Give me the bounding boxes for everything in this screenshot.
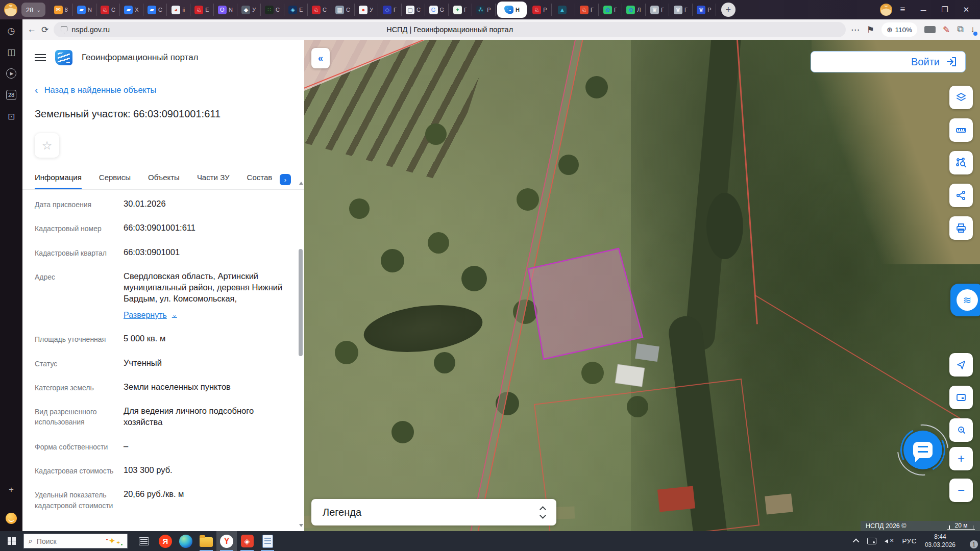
profile-avatar[interactable] — [4, 3, 17, 16]
chat-button[interactable] — [903, 431, 942, 469]
browser-tab[interactable]: ◆У — [237, 4, 261, 16]
bookmark-icon[interactable]: ⚑ — [867, 24, 874, 35]
browser-tab[interactable]: ▰X — [120, 4, 143, 16]
window-maximize-button[interactable]: ❐ — [935, 5, 954, 14]
print-button[interactable] — [949, 216, 973, 240]
browser-tab[interactable]: ◈Е — [284, 4, 308, 16]
panel-collapse-button[interactable]: « — [311, 48, 330, 68]
browser-tab[interactable]: ♘Р — [528, 4, 552, 16]
wallet-icon[interactable] — [924, 26, 936, 33]
taskbar-app-edge[interactable] — [176, 531, 196, 551]
volume-muted-icon[interactable]: ✕ — [885, 538, 894, 545]
scroll-up-arrow[interactable] — [299, 182, 303, 185]
browser-tab[interactable]: ♘Е — [190, 4, 214, 16]
browser-tab[interactable]: ✉8 — [50, 4, 73, 16]
tab-объекты[interactable]: Объекты — [148, 173, 180, 189]
minimap-button[interactable] — [949, 386, 973, 409]
login-button[interactable]: Войти — [811, 51, 966, 72]
tab-информация[interactable]: Информация — [35, 173, 82, 189]
legend-bar[interactable]: Легенда — [311, 499, 556, 525]
browser-tab[interactable]: ON — [214, 4, 237, 16]
browser-tab[interactable]: ♛Г — [669, 4, 693, 16]
copy-tabs-icon[interactable]: ⧉ — [957, 24, 963, 35]
browser-tab[interactable]: ∷С — [261, 4, 284, 16]
screenshot-icon[interactable]: ⊡ — [8, 111, 15, 121]
search-area-button[interactable] — [949, 418, 973, 442]
taskbar-clock[interactable]: 8:44 03.03.2026 — [925, 533, 955, 549]
browser-tab[interactable]: ◇Г — [378, 4, 402, 16]
back-icon[interactable]: ← — [28, 24, 36, 35]
tray-expand-icon[interactable] — [853, 539, 860, 545]
url-field[interactable]: nspd.gov.ru НСПД | Геоинформационный пор… — [54, 22, 846, 37]
scroll-down-arrow[interactable] — [299, 524, 303, 527]
browser-tab[interactable]: ♘С — [96, 4, 120, 16]
browser-tab[interactable]: ⁂Р — [472, 4, 496, 16]
browser-tab[interactable]: ♛Г — [646, 4, 669, 16]
history-icon[interactable]: ◷ — [8, 26, 15, 36]
collections-icon[interactable]: ◫ — [7, 47, 15, 57]
tab-состав[interactable]: Состав — [247, 173, 273, 189]
tab-counter[interactable]: 28 ⌄ — [21, 3, 45, 17]
taskbar-app-writer[interactable] — [257, 531, 278, 551]
browser-tab[interactable]: ▢С — [402, 4, 425, 16]
browser-tab[interactable]: ▦С — [331, 4, 355, 16]
taskbar-app-yandex-browser[interactable]: Y — [216, 531, 237, 551]
locate-button[interactable] — [949, 353, 973, 377]
tab-сервисы[interactable]: Сервисы — [99, 173, 131, 189]
site-security-icon[interactable] — [61, 26, 67, 34]
browser-tab[interactable]: ●У — [355, 4, 378, 16]
tabs-scroll-right-button[interactable]: › — [280, 174, 291, 185]
window-minimize-button[interactable]: ─ — [914, 6, 933, 14]
browser-tab[interactable]: ✿Г — [599, 4, 622, 16]
reload-icon[interactable]: ⟳ — [41, 24, 48, 35]
layers-button[interactable] — [949, 86, 973, 109]
new-tab-button[interactable]: + — [721, 3, 736, 17]
pin-pencil-icon[interactable]: ✎ — [943, 24, 950, 35]
taskbar-search[interactable]: ⌕ ✦✦ — [23, 534, 128, 548]
browser-tab[interactable]: ▰С — [143, 4, 167, 16]
browser-tab[interactable]: ♛Р — [693, 4, 716, 16]
downloads-icon[interactable]: ↓ — [971, 24, 975, 35]
profile-avatar-right[interactable] — [880, 4, 892, 16]
add-panel-icon[interactable]: + — [9, 484, 14, 494]
taskbar-app-yandex[interactable]: Я — [155, 531, 176, 551]
more-icon[interactable]: ⋯ — [851, 24, 860, 35]
window-close-button[interactable]: ✕ — [957, 5, 976, 14]
taskbar-app-red[interactable]: ◈ — [237, 531, 257, 551]
share-button[interactable] — [949, 184, 973, 207]
back-to-results-link[interactable]: ‹ Назад в найденные объекты — [35, 85, 292, 95]
taskbar-app-explorer[interactable] — [196, 531, 216, 551]
measure-button[interactable] — [949, 118, 973, 142]
task-view-icon[interactable] — [139, 537, 149, 545]
object-search-button[interactable] — [949, 151, 973, 174]
chat-widget[interactable] — [900, 428, 945, 472]
browser-tab[interactable]: ♘С — [308, 4, 331, 16]
browser-tab[interactable]: ▲ — [552, 4, 575, 16]
language-indicator[interactable]: РУС — [902, 537, 917, 545]
browser-tab[interactable]: ▰N — [73, 4, 96, 16]
start-button[interactable] — [0, 531, 23, 551]
map-canvas[interactable]: « Войти ≋ + − — [304, 40, 980, 531]
zoom-out-button[interactable]: − — [949, 479, 973, 502]
tabs-badge[interactable]: 28 — [6, 90, 16, 100]
notification-center[interactable]: 1 — [964, 537, 975, 546]
search-input[interactable] — [37, 537, 103, 545]
browser-tab[interactable]: ✿Л — [622, 4, 646, 16]
scrollbar-thumb[interactable] — [299, 249, 303, 356]
browser-tab[interactable]: ◕ii — [167, 4, 190, 16]
browser-tab[interactable]: ✦Г — [449, 4, 472, 16]
browser-tab-active[interactable]: Н — [497, 2, 527, 18]
portal-menu-icon[interactable] — [35, 54, 46, 61]
video-icon[interactable]: ▶ — [6, 68, 16, 79]
screen-cast-icon[interactable] — [867, 538, 876, 544]
sticker-icon[interactable] — [6, 513, 17, 524]
browser-tab[interactable]: GG — [425, 4, 449, 16]
browser-tab[interactable]: ♘Г — [575, 4, 599, 16]
assistant-button[interactable]: ≋ — [950, 284, 980, 316]
zoom-in-button[interactable]: + — [949, 447, 973, 470]
expand-address-link[interactable]: Развернуть⌄ — [124, 310, 177, 321]
zoom-control[interactable]: ⊕ 110% — [881, 22, 917, 37]
favorite-button[interactable]: ☆ — [35, 133, 59, 158]
tab-части-зу[interactable]: Части ЗУ — [197, 173, 230, 189]
browser-menu-button[interactable]: ≡ — [894, 5, 912, 15]
